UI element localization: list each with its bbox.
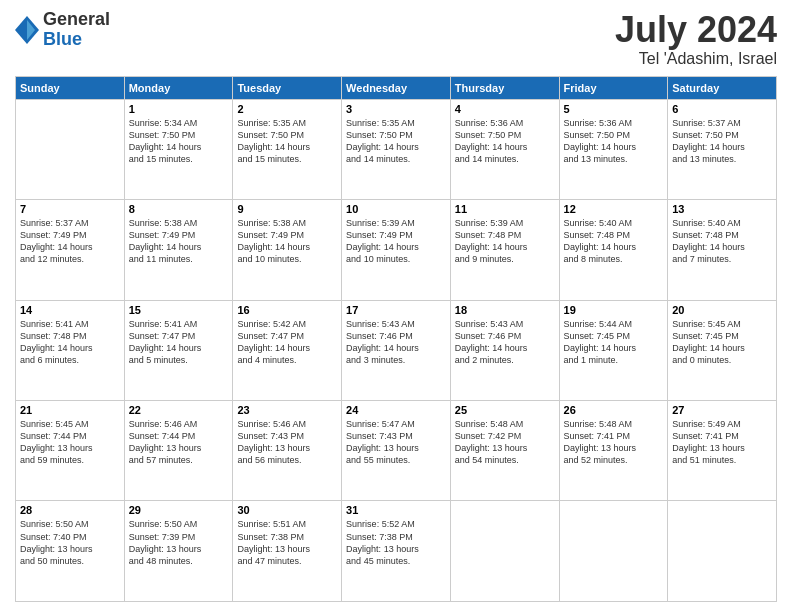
day-number: 15 xyxy=(129,304,229,316)
calendar-cell: 12Sunrise: 5:40 AMSunset: 7:48 PMDayligh… xyxy=(559,200,668,300)
calendar-cell: 3Sunrise: 5:35 AMSunset: 7:50 PMDaylight… xyxy=(342,99,451,199)
header: General Blue July 2024 Tel 'Adashim, Isr… xyxy=(15,10,777,68)
day-number: 20 xyxy=(672,304,772,316)
calendar-cell: 27Sunrise: 5:49 AMSunset: 7:41 PMDayligh… xyxy=(668,401,777,501)
calendar-cell: 15Sunrise: 5:41 AMSunset: 7:47 PMDayligh… xyxy=(124,300,233,400)
day-info: Sunrise: 5:36 AMSunset: 7:50 PMDaylight:… xyxy=(455,117,555,166)
calendar-cell: 31Sunrise: 5:52 AMSunset: 7:38 PMDayligh… xyxy=(342,501,451,602)
calendar-week-2: 14Sunrise: 5:41 AMSunset: 7:48 PMDayligh… xyxy=(16,300,777,400)
day-info: Sunrise: 5:38 AMSunset: 7:49 PMDaylight:… xyxy=(129,217,229,266)
calendar-cell: 9Sunrise: 5:38 AMSunset: 7:49 PMDaylight… xyxy=(233,200,342,300)
calendar-cell: 25Sunrise: 5:48 AMSunset: 7:42 PMDayligh… xyxy=(450,401,559,501)
calendar-cell: 8Sunrise: 5:38 AMSunset: 7:49 PMDaylight… xyxy=(124,200,233,300)
day-info: Sunrise: 5:39 AMSunset: 7:48 PMDaylight:… xyxy=(455,217,555,266)
calendar-cell: 2Sunrise: 5:35 AMSunset: 7:50 PMDaylight… xyxy=(233,99,342,199)
day-number: 11 xyxy=(455,203,555,215)
day-number: 29 xyxy=(129,504,229,516)
weekday-header-saturday: Saturday xyxy=(668,76,777,99)
logo-general: General xyxy=(43,10,110,30)
calendar-cell: 14Sunrise: 5:41 AMSunset: 7:48 PMDayligh… xyxy=(16,300,125,400)
day-info: Sunrise: 5:36 AMSunset: 7:50 PMDaylight:… xyxy=(564,117,664,166)
day-info: Sunrise: 5:44 AMSunset: 7:45 PMDaylight:… xyxy=(564,318,664,367)
day-info: Sunrise: 5:42 AMSunset: 7:47 PMDaylight:… xyxy=(237,318,337,367)
calendar-cell: 17Sunrise: 5:43 AMSunset: 7:46 PMDayligh… xyxy=(342,300,451,400)
day-number: 8 xyxy=(129,203,229,215)
calendar-cell: 21Sunrise: 5:45 AMSunset: 7:44 PMDayligh… xyxy=(16,401,125,501)
day-info: Sunrise: 5:51 AMSunset: 7:38 PMDaylight:… xyxy=(237,518,337,567)
calendar-cell: 26Sunrise: 5:48 AMSunset: 7:41 PMDayligh… xyxy=(559,401,668,501)
logo-icon xyxy=(15,16,39,44)
calendar-cell: 16Sunrise: 5:42 AMSunset: 7:47 PMDayligh… xyxy=(233,300,342,400)
day-number: 17 xyxy=(346,304,446,316)
day-number: 7 xyxy=(20,203,120,215)
weekday-header-sunday: Sunday xyxy=(16,76,125,99)
calendar-week-1: 7Sunrise: 5:37 AMSunset: 7:49 PMDaylight… xyxy=(16,200,777,300)
calendar-cell: 10Sunrise: 5:39 AMSunset: 7:49 PMDayligh… xyxy=(342,200,451,300)
location-title: Tel 'Adashim, Israel xyxy=(615,50,777,68)
day-number: 14 xyxy=(20,304,120,316)
day-info: Sunrise: 5:50 AMSunset: 7:39 PMDaylight:… xyxy=(129,518,229,567)
day-number: 1 xyxy=(129,103,229,115)
day-number: 23 xyxy=(237,404,337,416)
calendar-cell xyxy=(16,99,125,199)
calendar-cell: 22Sunrise: 5:46 AMSunset: 7:44 PMDayligh… xyxy=(124,401,233,501)
day-number: 22 xyxy=(129,404,229,416)
calendar-cell: 13Sunrise: 5:40 AMSunset: 7:48 PMDayligh… xyxy=(668,200,777,300)
day-number: 10 xyxy=(346,203,446,215)
day-info: Sunrise: 5:45 AMSunset: 7:45 PMDaylight:… xyxy=(672,318,772,367)
calendar-cell: 5Sunrise: 5:36 AMSunset: 7:50 PMDaylight… xyxy=(559,99,668,199)
day-info: Sunrise: 5:35 AMSunset: 7:50 PMDaylight:… xyxy=(237,117,337,166)
weekday-header-tuesday: Tuesday xyxy=(233,76,342,99)
day-info: Sunrise: 5:47 AMSunset: 7:43 PMDaylight:… xyxy=(346,418,446,467)
day-number: 21 xyxy=(20,404,120,416)
day-info: Sunrise: 5:45 AMSunset: 7:44 PMDaylight:… xyxy=(20,418,120,467)
day-info: Sunrise: 5:41 AMSunset: 7:47 PMDaylight:… xyxy=(129,318,229,367)
calendar-cell: 24Sunrise: 5:47 AMSunset: 7:43 PMDayligh… xyxy=(342,401,451,501)
day-info: Sunrise: 5:48 AMSunset: 7:41 PMDaylight:… xyxy=(564,418,664,467)
day-info: Sunrise: 5:49 AMSunset: 7:41 PMDaylight:… xyxy=(672,418,772,467)
day-number: 4 xyxy=(455,103,555,115)
day-number: 30 xyxy=(237,504,337,516)
month-title: July 2024 xyxy=(615,10,777,50)
day-info: Sunrise: 5:50 AMSunset: 7:40 PMDaylight:… xyxy=(20,518,120,567)
day-info: Sunrise: 5:37 AMSunset: 7:49 PMDaylight:… xyxy=(20,217,120,266)
day-info: Sunrise: 5:46 AMSunset: 7:43 PMDaylight:… xyxy=(237,418,337,467)
day-info: Sunrise: 5:40 AMSunset: 7:48 PMDaylight:… xyxy=(564,217,664,266)
day-number: 2 xyxy=(237,103,337,115)
calendar-cell xyxy=(668,501,777,602)
day-number: 5 xyxy=(564,103,664,115)
day-number: 16 xyxy=(237,304,337,316)
title-block: July 2024 Tel 'Adashim, Israel xyxy=(615,10,777,68)
day-info: Sunrise: 5:37 AMSunset: 7:50 PMDaylight:… xyxy=(672,117,772,166)
day-info: Sunrise: 5:41 AMSunset: 7:48 PMDaylight:… xyxy=(20,318,120,367)
calendar-cell xyxy=(450,501,559,602)
day-number: 19 xyxy=(564,304,664,316)
day-number: 31 xyxy=(346,504,446,516)
day-number: 18 xyxy=(455,304,555,316)
calendar-cell: 7Sunrise: 5:37 AMSunset: 7:49 PMDaylight… xyxy=(16,200,125,300)
calendar-cell: 28Sunrise: 5:50 AMSunset: 7:40 PMDayligh… xyxy=(16,501,125,602)
day-info: Sunrise: 5:34 AMSunset: 7:50 PMDaylight:… xyxy=(129,117,229,166)
day-info: Sunrise: 5:46 AMSunset: 7:44 PMDaylight:… xyxy=(129,418,229,467)
calendar-cell xyxy=(559,501,668,602)
calendar-cell: 4Sunrise: 5:36 AMSunset: 7:50 PMDaylight… xyxy=(450,99,559,199)
weekday-header-friday: Friday xyxy=(559,76,668,99)
weekday-header-wednesday: Wednesday xyxy=(342,76,451,99)
day-info: Sunrise: 5:38 AMSunset: 7:49 PMDaylight:… xyxy=(237,217,337,266)
logo-blue: Blue xyxy=(43,30,110,50)
calendar-cell: 29Sunrise: 5:50 AMSunset: 7:39 PMDayligh… xyxy=(124,501,233,602)
day-info: Sunrise: 5:48 AMSunset: 7:42 PMDaylight:… xyxy=(455,418,555,467)
calendar-cell: 11Sunrise: 5:39 AMSunset: 7:48 PMDayligh… xyxy=(450,200,559,300)
day-number: 28 xyxy=(20,504,120,516)
calendar-cell: 19Sunrise: 5:44 AMSunset: 7:45 PMDayligh… xyxy=(559,300,668,400)
calendar-cell: 18Sunrise: 5:43 AMSunset: 7:46 PMDayligh… xyxy=(450,300,559,400)
calendar-cell: 23Sunrise: 5:46 AMSunset: 7:43 PMDayligh… xyxy=(233,401,342,501)
day-number: 9 xyxy=(237,203,337,215)
logo: General Blue xyxy=(15,10,110,50)
calendar-week-0: 1Sunrise: 5:34 AMSunset: 7:50 PMDaylight… xyxy=(16,99,777,199)
day-number: 26 xyxy=(564,404,664,416)
day-number: 12 xyxy=(564,203,664,215)
calendar-week-4: 28Sunrise: 5:50 AMSunset: 7:40 PMDayligh… xyxy=(16,501,777,602)
weekday-header-monday: Monday xyxy=(124,76,233,99)
calendar-cell: 1Sunrise: 5:34 AMSunset: 7:50 PMDaylight… xyxy=(124,99,233,199)
